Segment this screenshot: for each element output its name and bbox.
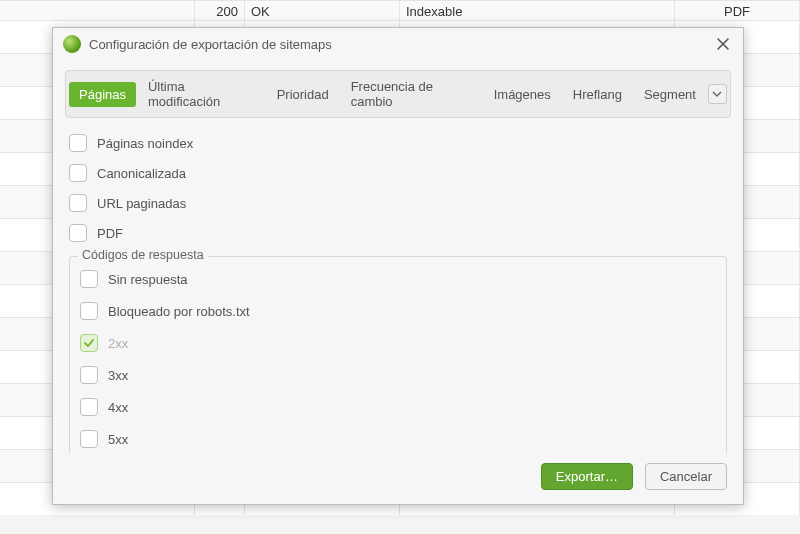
checkbox-icon <box>80 430 98 448</box>
check-canonicalizada[interactable]: Canonicalizada <box>69 158 727 188</box>
check-sin-respuesta[interactable]: Sin respuesta <box>80 263 716 295</box>
tab-label: Prioridad <box>277 87 329 102</box>
checkbox-label: URL paginadas <box>97 196 186 211</box>
check-pdf[interactable]: PDF <box>69 218 727 248</box>
tab-imagenes[interactable]: Imágenes <box>484 82 561 107</box>
checkbox-label: 3xx <box>108 368 128 383</box>
tab-overflow-button[interactable] <box>708 84 727 104</box>
export-button[interactable]: Exportar… <box>541 463 633 490</box>
button-label: Cancelar <box>660 469 712 484</box>
frog-icon <box>63 35 81 53</box>
checkbox-label: 2xx <box>108 336 128 351</box>
tab-segment[interactable]: Segment <box>634 82 706 107</box>
check-url-paginadas[interactable]: URL paginadas <box>69 188 727 218</box>
checkbox-label: 5xx <box>108 432 128 447</box>
close-button[interactable] <box>713 34 733 54</box>
check-icon <box>83 337 95 349</box>
response-codes-fieldset: Códigos de respuesta Sin respuesta Bloqu… <box>69 256 727 453</box>
check-robots-blocked[interactable]: Bloqueado por robots.txt <box>80 295 716 327</box>
checkbox-label: Bloqueado por robots.txt <box>108 304 250 319</box>
checkbox-icon <box>80 302 98 320</box>
bg-col-pdf: PDF <box>675 1 800 20</box>
checkbox-icon <box>69 164 87 182</box>
tab-hreflang[interactable]: Hreflang <box>563 82 632 107</box>
dialog-content: Páginas noindex Canonicalizada URL pagin… <box>53 118 743 453</box>
tab-paginas[interactable]: Páginas <box>69 82 136 107</box>
check-2xx: 2xx <box>80 327 716 359</box>
sitemap-export-dialog: Configuración de exportación de sitemaps… <box>52 27 744 505</box>
checkbox-icon <box>80 270 98 288</box>
check-5xx[interactable]: 5xx <box>80 423 716 453</box>
tab-prioridad[interactable]: Prioridad <box>267 82 339 107</box>
dialog-button-bar: Exportar… Cancelar <box>53 453 743 504</box>
button-label: Exportar… <box>556 469 618 484</box>
checkbox-label: 4xx <box>108 400 128 415</box>
checkbox-icon <box>69 194 87 212</box>
tab-label: Segment <box>644 87 696 102</box>
checkbox-label: Páginas noindex <box>97 136 193 151</box>
tab-frecuencia[interactable]: Frecuencia de cambio <box>341 74 482 114</box>
checkbox-icon <box>80 398 98 416</box>
checkbox-icon <box>80 366 98 384</box>
bg-col-index: Indexable <box>400 1 675 20</box>
check-4xx[interactable]: 4xx <box>80 391 716 423</box>
cancel-button[interactable]: Cancelar <box>645 463 727 490</box>
tab-label: Frecuencia de cambio <box>351 79 433 109</box>
tab-ultima-modificacion[interactable]: Última modificación <box>138 74 265 114</box>
fieldset-legend: Códigos de respuesta <box>78 248 208 262</box>
checkbox-label: Canonicalizada <box>97 166 186 181</box>
checkbox-label: PDF <box>97 226 123 241</box>
checkbox-icon <box>69 224 87 242</box>
tab-label: Páginas <box>79 87 126 102</box>
chevron-down-icon <box>712 89 722 99</box>
tab-bar: Páginas Última modificación Prioridad Fr… <box>65 70 731 118</box>
bg-col-ok: OK <box>245 1 400 20</box>
tab-label: Hreflang <box>573 87 622 102</box>
check-3xx[interactable]: 3xx <box>80 359 716 391</box>
dialog-title: Configuración de exportación de sitemaps <box>89 37 705 52</box>
checkbox-label: Sin respuesta <box>108 272 188 287</box>
tab-label: Imágenes <box>494 87 551 102</box>
checkbox-icon <box>80 334 98 352</box>
check-paginas-noindex[interactable]: Páginas noindex <box>69 128 727 158</box>
checkbox-icon <box>69 134 87 152</box>
bg-col-200: 200 <box>195 1 245 20</box>
tab-label: Última modificación <box>148 79 220 109</box>
dialog-titlebar: Configuración de exportación de sitemaps <box>53 28 743 64</box>
close-icon <box>716 37 730 51</box>
